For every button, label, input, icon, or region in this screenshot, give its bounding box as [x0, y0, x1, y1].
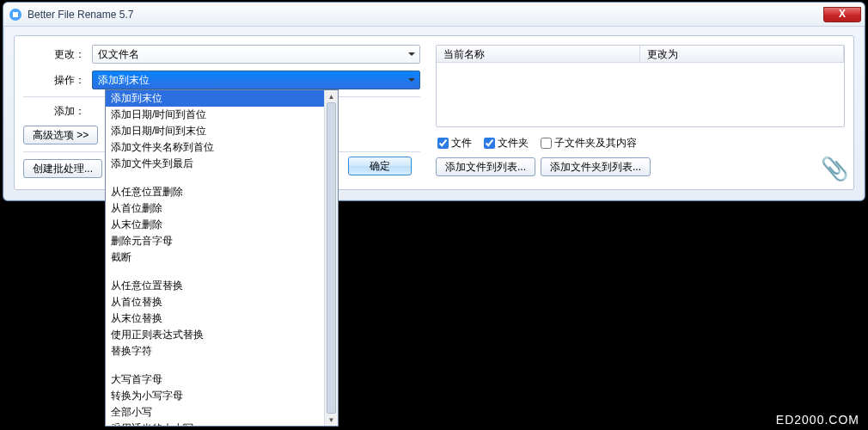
scroll-up-arrow[interactable]: ▲ — [325, 90, 338, 102]
watermark: ED2000.COM — [776, 413, 859, 427]
window-title: Better File Rename 5.7 — [28, 9, 133, 21]
titlebar[interactable]: Better File Rename 5.7 X — [3, 3, 865, 27]
check-files[interactable]: 文件 — [437, 136, 472, 150]
scroll-down-arrow[interactable]: ▼ — [325, 414, 338, 426]
check-folders-input[interactable] — [484, 138, 495, 149]
change-combo[interactable]: 仅文件名 — [92, 45, 420, 64]
app-icon — [9, 8, 22, 22]
dropdown-item[interactable]: 从末位替换 — [106, 310, 338, 327]
col-current-name[interactable]: 当前名称 — [437, 46, 640, 62]
change-label: 更改： — [23, 47, 85, 62]
operation-label: 操作： — [23, 73, 85, 88]
check-files-input[interactable] — [437, 138, 449, 149]
add-label: 添加： — [23, 104, 85, 119]
ok-button[interactable]: 确定 — [348, 157, 412, 175]
dropdown-item[interactable]: 添加文件夹到最后 — [106, 156, 338, 172]
dropdown-separator — [106, 359, 338, 372]
dropdown-item[interactable]: 全部小写 — [106, 404, 338, 421]
dropdown-scrollbar[interactable]: ▲ ▼ — [324, 90, 338, 426]
check-subfolders-input[interactable] — [541, 138, 552, 149]
dropdown-item[interactable]: 截断 — [106, 249, 338, 266]
advanced-options-button[interactable]: 高级选项 >> — [23, 126, 98, 144]
scroll-thumb[interactable] — [327, 102, 336, 414]
create-batch-button[interactable]: 创建批处理... — [23, 159, 102, 178]
dropdown-item[interactable]: 从任意位置替换 — [106, 278, 338, 294]
dropdown-item[interactable]: 从末位删除 — [106, 217, 338, 233]
paperclip-icon[interactable]: 📎 — [821, 156, 848, 182]
add-folders-button[interactable]: 添加文件夹到列表... — [541, 157, 651, 176]
add-files-button[interactable]: 添加文件到列表... — [436, 157, 535, 176]
dropdown-item[interactable]: 使用正则表达式替换 — [106, 327, 338, 343]
list-header: 当前名称 更改为 — [437, 46, 844, 63]
operation-value: 添加到末位 — [98, 73, 150, 88]
operation-dropdown[interactable]: 添加到末位添加日期/时间到首位添加日期/时间到末位添加文件夹名称到首位添加文件夹… — [105, 89, 339, 427]
check-subfolders[interactable]: 子文件夹及其内容 — [541, 136, 637, 150]
dropdown-item[interactable]: 从首位删除 — [106, 200, 338, 217]
dropdown-item[interactable]: 添加日期/时间到首位 — [106, 107, 338, 123]
dropdown-separator — [106, 172, 338, 184]
dropdown-item[interactable]: 采用适当的大小写 — [106, 421, 338, 427]
dropdown-item[interactable]: 转换为小写字母 — [106, 388, 338, 404]
dropdown-item[interactable]: 从首位替换 — [106, 294, 338, 310]
dropdown-item[interactable]: 替换字符 — [106, 343, 338, 359]
change-value: 仅文件名 — [98, 47, 139, 62]
files-panel: 当前名称 更改为 文件 文件夹 子文件夹及其内容 添加文件到列表... 添加文件… — [436, 45, 845, 181]
operation-combo[interactable]: 添加到末位 — [92, 71, 420, 89]
dropdown-item[interactable]: 添加到末位 — [106, 90, 338, 107]
dropdown-item[interactable]: 大写首字母 — [106, 372, 338, 388]
dropdown-item[interactable]: 添加文件夹名称到首位 — [106, 139, 338, 156]
col-rename-to[interactable]: 更改为 — [640, 46, 844, 62]
file-list[interactable]: 当前名称 更改为 — [436, 45, 845, 127]
dropdown-item[interactable]: 从任意位置删除 — [106, 184, 338, 200]
check-folders[interactable]: 文件夹 — [484, 136, 529, 150]
scope-checks: 文件 文件夹 子文件夹及其内容 — [437, 136, 845, 150]
dropdown-item[interactable]: 删除元音字母 — [106, 233, 338, 249]
close-button[interactable]: X — [823, 7, 861, 22]
dropdown-separator — [106, 266, 338, 278]
dropdown-item[interactable]: 添加日期/时间到末位 — [106, 123, 338, 139]
